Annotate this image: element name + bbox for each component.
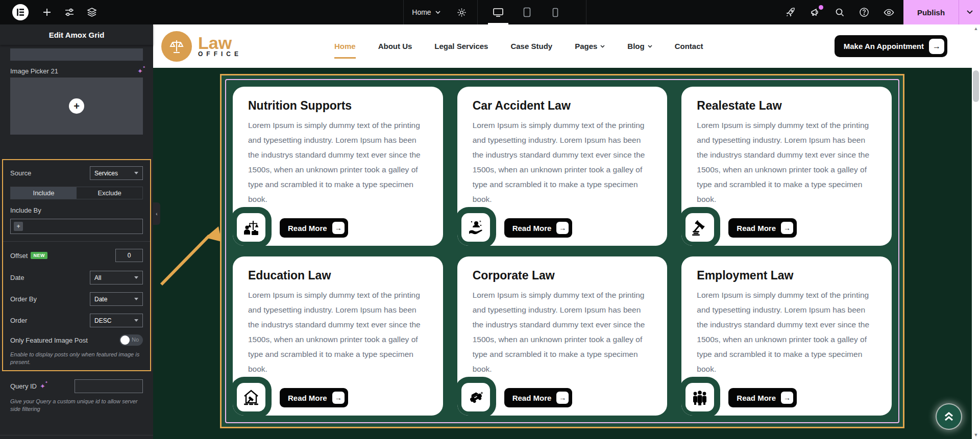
offset-input[interactable] xyxy=(115,249,143,262)
divider xyxy=(403,0,404,24)
read-more-button[interactable]: Read More → xyxy=(728,388,797,407)
query-id-input[interactable] xyxy=(75,379,143,393)
read-more-label: Read More xyxy=(512,394,552,402)
read-more-button[interactable]: Read More → xyxy=(280,218,348,238)
source-value: Services xyxy=(94,170,118,177)
scroll-down-arrow[interactable]: ▼ xyxy=(972,431,980,439)
read-more-label: Read More xyxy=(737,224,776,233)
arrow-right-icon: → xyxy=(332,392,345,404)
chevron-down-icon xyxy=(134,172,138,174)
logo-title: Law xyxy=(198,35,242,50)
read-more-button[interactable]: Read More → xyxy=(504,218,573,238)
image-picker-area[interactable]: + xyxy=(10,78,143,135)
nav-pages[interactable]: Pages xyxy=(575,24,605,68)
grid-selection-border: Nutrition Supports Lorem Ipsum is simply… xyxy=(225,79,899,423)
source-select[interactable]: Services xyxy=(90,166,143,180)
new-badge: NEW xyxy=(31,252,47,259)
publish-button[interactable]: Publish xyxy=(903,0,959,24)
editor-panel: Edit Amox Grid Image Picker 21 ✦✦ + Sour… xyxy=(0,24,153,439)
gavel-books-icon[interactable] xyxy=(685,213,714,242)
ai-sparkle-icon[interactable]: ✦✦ xyxy=(137,67,143,75)
gear-icon[interactable] xyxy=(452,0,471,24)
arrow-right-icon: → xyxy=(929,39,944,54)
divider xyxy=(0,435,153,435)
card-body: Lorem Ipsum is simply dummy text of the … xyxy=(697,118,876,206)
scales-person-icon[interactable] xyxy=(237,213,265,242)
whats-new-icon[interactable] xyxy=(806,0,824,24)
ai-sparkle-icon[interactable]: ✦✦ xyxy=(40,382,45,390)
page-scrollbar[interactable]: ▲ ▼ xyxy=(972,24,980,439)
publish-label: Publish xyxy=(917,8,945,17)
add-term-button[interactable]: + xyxy=(14,222,23,231)
service-card: Car Accident Law Lorem Ipsum is simply d… xyxy=(457,87,668,246)
tab-include[interactable]: Include xyxy=(11,187,77,199)
panel-title: Edit Amox Grid xyxy=(0,24,153,45)
include-by-label: Include By xyxy=(10,206,143,214)
service-card: Corporate Law Lorem Ipsum is simply dumm… xyxy=(457,256,668,416)
arrow-right-icon: → xyxy=(556,392,569,404)
card-title: Employment Law xyxy=(697,269,876,282)
card-title: Nutrition Supports xyxy=(248,99,428,113)
rocket-icon[interactable] xyxy=(781,0,800,24)
include-by-input[interactable]: + xyxy=(10,219,143,234)
offset-label: Offset NEW xyxy=(10,252,47,260)
nav-home[interactable]: Home xyxy=(334,24,356,68)
logo-subtitle: OFFICE xyxy=(198,50,242,58)
elementor-menu-button[interactable] xyxy=(11,0,30,24)
care-hand-icon[interactable] xyxy=(461,213,490,242)
chevron-down-icon xyxy=(600,45,605,48)
order-select[interactable]: DESC xyxy=(90,314,143,327)
card-title: Corporate Law xyxy=(473,269,652,282)
arrow-right-icon: → xyxy=(781,392,793,404)
chevron-down-icon xyxy=(435,11,440,14)
add-image-icon: + xyxy=(69,98,84,114)
arrow-right-icon: → xyxy=(781,222,793,234)
divider xyxy=(477,0,478,24)
panel-collapse-button[interactable]: ‹ xyxy=(153,202,160,225)
nav-legal-services[interactable]: Legal Services xyxy=(434,24,488,68)
read-more-button[interactable]: Read More → xyxy=(504,388,573,407)
structure-icon[interactable] xyxy=(83,0,101,24)
document-switcher[interactable]: Home xyxy=(408,0,444,24)
read-more-label: Read More xyxy=(288,394,327,402)
date-select[interactable]: All xyxy=(90,271,143,285)
site-settings-icon[interactable] xyxy=(60,0,79,24)
scroll-up-arrow[interactable]: ▲ xyxy=(972,24,980,33)
read-more-button[interactable]: Read More → xyxy=(728,218,797,238)
chevron-down-icon xyxy=(134,319,138,322)
site-header: Law OFFICE Home About Us Legal Services … xyxy=(153,24,972,68)
house-gavel-icon[interactable] xyxy=(237,383,265,411)
scroll-to-top-button[interactable] xyxy=(937,404,961,429)
help-icon[interactable] xyxy=(855,0,873,24)
site-logo[interactable]: Law OFFICE xyxy=(161,31,242,62)
publish-options-button[interactable] xyxy=(959,0,980,24)
people-group-icon[interactable] xyxy=(685,383,714,411)
divider xyxy=(586,0,586,24)
order-by-select[interactable]: Date xyxy=(90,292,143,306)
make-appointment-button[interactable]: Make An Appointment → xyxy=(835,35,947,57)
crashed-car-icon[interactable] xyxy=(461,383,490,411)
card-title: Education Law xyxy=(248,269,428,282)
tab-exclude[interactable]: Exclude xyxy=(77,187,142,199)
featured-toggle[interactable]: No xyxy=(119,334,143,346)
search-icon[interactable] xyxy=(830,0,849,24)
order-by-value: Date xyxy=(94,296,107,303)
document-name: Home xyxy=(412,8,431,16)
scrollbar-thumb[interactable] xyxy=(973,70,979,102)
chevron-down-icon xyxy=(134,298,138,300)
order-by-label: Order By xyxy=(10,295,37,303)
scales-logo-icon xyxy=(161,31,192,62)
mobile-icon[interactable] xyxy=(541,0,570,24)
desktop-icon[interactable] xyxy=(484,0,512,24)
add-element-icon[interactable] xyxy=(38,0,56,24)
amox-grid-widget[interactable]: Nutrition Supports Lorem Ipsum is simply… xyxy=(220,74,904,428)
nav-blog[interactable]: Blog xyxy=(627,24,652,68)
read-more-button[interactable]: Read More → xyxy=(280,388,348,407)
nav-about-us[interactable]: About Us xyxy=(378,24,412,68)
publish-button-group: Publish xyxy=(903,0,980,24)
nav-case-study[interactable]: Case Study xyxy=(510,24,552,68)
tablet-icon[interactable] xyxy=(512,0,541,24)
nav-contact[interactable]: Contact xyxy=(675,24,703,68)
notification-dot xyxy=(819,5,823,10)
preview-eye-icon[interactable] xyxy=(879,0,898,24)
